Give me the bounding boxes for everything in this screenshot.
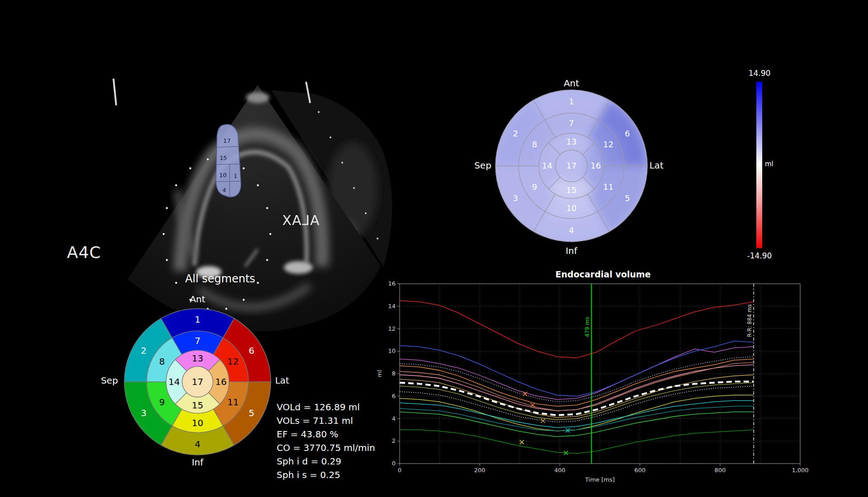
svg-text:0: 0	[398, 467, 401, 474]
all-segments-bullseye-panel: 1234567891011121314151617	[118, 303, 277, 461]
colorbar-gradient	[756, 82, 762, 248]
svg-text:13: 13	[192, 353, 203, 364]
chart-grid	[400, 284, 800, 464]
svg-text:6: 6	[249, 345, 255, 356]
svg-text:16: 16	[590, 161, 601, 170]
y-axis-label: ml	[376, 370, 383, 377]
svg-text:0: 0	[392, 460, 396, 467]
svg-text:14: 14	[542, 161, 552, 170]
orientation-label-ant: Ant	[558, 78, 585, 89]
view-label-a4c: A4C	[67, 243, 101, 262]
orientation-label-inf: Inf	[558, 245, 585, 256]
measurement-vold: VOLd = 126.89 ml	[277, 400, 375, 414]
svg-text:800: 800	[714, 467, 726, 474]
measurement-sph-s: Sph i s = 0.25	[277, 468, 375, 482]
all-segments-bullseye: 1234567891011121314151617	[118, 303, 277, 461]
overlay-segment-number: 4	[222, 187, 226, 193]
svg-text:10: 10	[566, 203, 577, 213]
svg-text:2: 2	[392, 437, 396, 444]
svg-text:13: 13	[566, 137, 577, 146]
overlay-segment-number: 15	[220, 155, 227, 161]
svg-text:17: 17	[192, 376, 203, 387]
measurement-ef: EF = 43.80 %	[277, 427, 375, 441]
svg-text:15: 15	[566, 185, 577, 195]
svg-text:6: 6	[392, 393, 396, 399]
svg-text:2: 2	[513, 129, 518, 138]
svg-text:1: 1	[569, 97, 574, 106]
svg-text:479 ms: 479 ms	[584, 317, 590, 337]
segment-overlay: 17 15 10 1 4	[216, 124, 241, 197]
svg-text:200: 200	[474, 467, 486, 474]
svg-text:9: 9	[159, 397, 165, 408]
colorbar-min-label: -14.90	[744, 251, 775, 260]
svg-text:3: 3	[141, 408, 146, 418]
orientation-label-ant: Ant	[184, 294, 211, 305]
svg-text:11: 11	[227, 397, 239, 408]
svg-text:2: 2	[141, 345, 146, 356]
svg-text:8: 8	[159, 356, 165, 367]
echo-analysis-screen: 17 15 10 1 4 A4C ALAX 123456789101112131…	[0, 0, 868, 497]
svg-text:12: 12	[227, 356, 239, 367]
svg-text:8: 8	[532, 140, 537, 149]
colorbar-max-label: 14.90	[744, 69, 775, 78]
measurement-co: CO = 3770.75 ml/min	[277, 441, 375, 455]
bullseye-map: 1234567891011121314151617	[490, 84, 653, 247]
svg-text:4: 4	[392, 415, 396, 422]
svg-text:10: 10	[192, 417, 203, 428]
svg-text:400: 400	[554, 467, 566, 474]
svg-text:14: 14	[388, 303, 396, 309]
svg-text:12: 12	[388, 325, 396, 332]
overlay-segment-number: 1	[234, 173, 237, 179]
orientation-label-sep: Sep	[96, 375, 123, 386]
volume-curves	[400, 300, 754, 453]
volume-chart-panel[interactable]: 02004006008001,0000246810121416Time [ms]…	[375, 275, 814, 487]
measurement-vols: VOLs = 71.31 ml	[277, 414, 375, 427]
svg-text:17: 17	[566, 161, 577, 170]
svg-text:15: 15	[192, 400, 203, 411]
svg-text:12: 12	[603, 140, 613, 149]
orientation-label-sep: Sep	[469, 160, 496, 171]
x-axis-label: Time [ms]	[585, 476, 615, 483]
reverb-artifact-line	[113, 79, 116, 105]
view-label-alax-mirrored: ALAX	[271, 212, 330, 228]
svg-text:16: 16	[215, 376, 226, 387]
svg-text:14: 14	[168, 376, 179, 387]
endocardial-volume-chart[interactable]: 02004006008001,0000246810121416Time [ms]…	[375, 275, 814, 487]
all-segments-title: All segments	[152, 272, 288, 285]
svg-text:7: 7	[195, 335, 201, 346]
bullseye-map-panel: 1234567891011121314151617	[490, 84, 653, 247]
overlay-segment-number: 17	[223, 137, 231, 144]
svg-text:4: 4	[569, 225, 574, 235]
colorbar-unit-label: ml	[765, 160, 774, 168]
orientation-label-lat: Lat	[269, 375, 296, 386]
measurements-block: VOLd = 126.89 ml VOLs = 71.31 ml EF = 43…	[277, 400, 375, 482]
svg-text:1: 1	[195, 314, 201, 325]
orientation-label-lat: Lat	[643, 160, 670, 171]
svg-text:8: 8	[392, 370, 396, 377]
overlay-segment-number: 10	[219, 172, 227, 178]
svg-text:3: 3	[513, 193, 518, 203]
svg-text:4: 4	[195, 439, 201, 450]
svg-text:1,000: 1,000	[792, 467, 808, 474]
measurement-sph-d: Sph i d = 0.29	[277, 455, 375, 468]
svg-text:7: 7	[569, 118, 574, 128]
ultrasound-sectors	[113, 79, 392, 331]
svg-text:600: 600	[634, 467, 646, 474]
svg-text:5: 5	[249, 408, 255, 418]
svg-text:16: 16	[388, 280, 396, 287]
svg-text:5: 5	[625, 193, 630, 203]
orientation-label-inf: Inf	[184, 457, 211, 468]
svg-text:9: 9	[532, 182, 537, 192]
svg-text:10: 10	[388, 347, 396, 354]
svg-text:11: 11	[603, 182, 613, 192]
svg-text:6: 6	[625, 129, 630, 138]
svg-text:R-R: 884 ms: R-R: 884 ms	[746, 304, 753, 337]
